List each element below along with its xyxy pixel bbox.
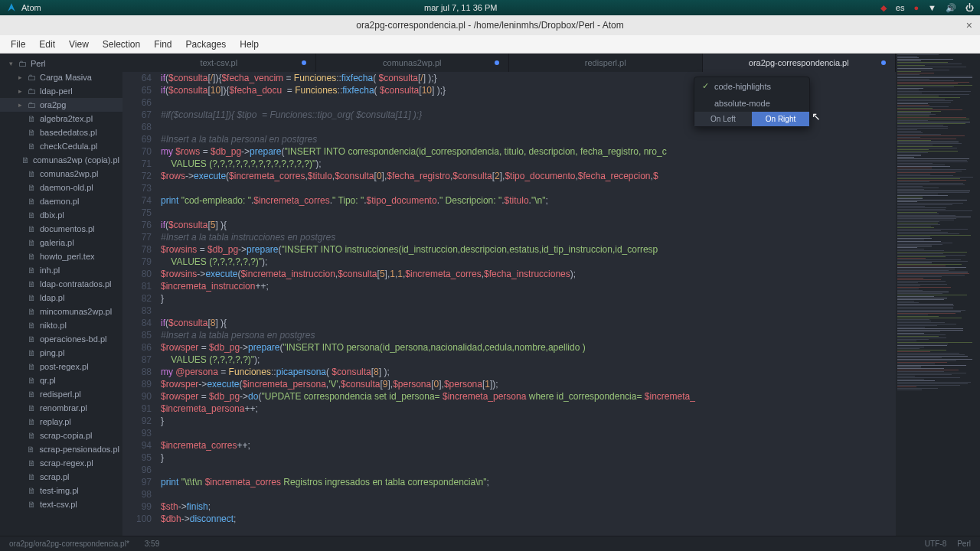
topbar-app: Atom xyxy=(21,3,41,12)
menu-find[interactable]: Find xyxy=(148,37,178,51)
minimap[interactable] xyxy=(896,54,980,536)
popup-option[interactable]: ✓code-highlights xyxy=(694,77,809,95)
tree-file[interactable]: 🗎daemon.pl xyxy=(0,194,122,208)
tab[interactable]: comunas2wp.pl xyxy=(316,54,510,72)
modified-dot-icon xyxy=(881,60,886,65)
menu-view[interactable]: View xyxy=(63,37,95,51)
tree-file[interactable]: 🗎comunas2wp.pl xyxy=(0,167,122,181)
power-icon[interactable]: ⏻ xyxy=(965,3,974,12)
menu-packages[interactable]: Packages xyxy=(180,37,233,51)
tree-folder[interactable]: ▸🗀Carga Masiva xyxy=(0,70,122,84)
tree-file[interactable]: 🗎scrap-copia.pl xyxy=(0,429,122,442)
tab[interactable]: redisperl.pl xyxy=(509,54,703,72)
tree-file[interactable]: 🗎algebra2tex.pl xyxy=(0,112,122,126)
editor-tabs: text-csv.pl comunas2wp.pl redisperl.pl o… xyxy=(122,54,896,72)
tree-file[interactable]: 🗎galeria.pl xyxy=(0,236,122,249)
code-content[interactable]: if($consulta[/]){$fecha_vencim = Funcion… xyxy=(161,72,896,536)
tree-file[interactable]: 🗎documentos.pl xyxy=(0,222,122,236)
menu-file[interactable]: File xyxy=(5,37,31,51)
volume-icon[interactable]: 🔊 xyxy=(946,3,956,13)
tree-file[interactable]: 🗎daemon-old.pl xyxy=(0,181,122,194)
tree-file[interactable]: 🗎nikto.pl xyxy=(0,318,122,332)
window-title: ora2pg-correspondencia.pl - /home/leninm… xyxy=(356,20,624,31)
tab[interactable]: text-csv.pl xyxy=(122,54,316,72)
tree-folder-selected[interactable]: ▸🗀ora2pg xyxy=(0,98,122,112)
tree-file[interactable]: 🗎test-img.pl xyxy=(0,484,122,497)
tree-file[interactable]: 🗎post-regex.pl xyxy=(0,360,122,373)
tree-file[interactable]: 🗎inh.pl xyxy=(0,263,122,277)
line-gutter: 6465666768697071727374757677787980818283… xyxy=(122,72,161,536)
tree-file[interactable]: 🗎comunas2wp (copia).pl xyxy=(0,153,122,167)
topbar-clock: mar jul 7, 11 36 PM xyxy=(41,3,880,12)
tree-file[interactable]: 🗎basededatos.pl xyxy=(0,126,122,139)
status-language[interactable]: Perl xyxy=(957,540,971,548)
tree-file[interactable]: 🗎howto_perl.tex xyxy=(0,249,122,263)
tree-file[interactable]: 🗎mincomunas2wp.pl xyxy=(0,305,122,318)
file-tree[interactable]: ▾🗀Perl ▸🗀Carga Masiva ▸🗀ldap-perl ▸🗀ora2… xyxy=(0,54,122,536)
modified-dot-icon xyxy=(302,60,306,65)
status-encoding[interactable]: UTF-8 xyxy=(925,540,946,548)
tree-file[interactable]: 🗎scrap-pensionados.pl xyxy=(0,442,122,456)
tree-file[interactable]: 🗎ldap-contratados.pl xyxy=(0,277,122,291)
wifi-icon[interactable]: ▼ xyxy=(928,3,936,12)
record-dot-icon[interactable]: ● xyxy=(913,3,919,12)
tree-file[interactable]: 🗎ldap.pl xyxy=(0,291,122,305)
tree-root[interactable]: ▾🗀Perl xyxy=(0,57,122,70)
tree-file[interactable]: 🗎scrap-regex.pl xyxy=(0,456,122,470)
close-icon[interactable]: × xyxy=(966,19,972,31)
keyboard-lang[interactable]: es xyxy=(896,3,905,12)
menubar: File Edit View Selection Find Packages H… xyxy=(0,35,980,54)
on-left-button[interactable]: On Left xyxy=(694,112,752,126)
tree-file[interactable]: 🗎scrap.pl xyxy=(0,470,122,484)
tree-file[interactable]: 🗎operaciones-bd.pl xyxy=(0,332,122,346)
tree-file[interactable]: 🗎ping.pl xyxy=(0,346,122,360)
tree-file[interactable]: 🗎replay.pl xyxy=(0,415,122,429)
minimap-settings-popup: ✓code-highlights absolute-mode On Left O… xyxy=(694,77,810,127)
record-icon[interactable]: ◆ xyxy=(880,3,887,13)
modified-dot-icon xyxy=(495,60,499,65)
tree-file[interactable]: 🗎dbix.pl xyxy=(0,208,122,222)
on-right-button[interactable]: On Right xyxy=(752,112,809,126)
statusbar: ora2pg/ora2pg-correspondencia.pl* 3:59 U… xyxy=(0,536,980,551)
popup-option[interactable]: absolute-mode xyxy=(694,95,809,112)
tree-file[interactable]: 🗎checkCedula.pl xyxy=(0,139,122,153)
menu-edit[interactable]: Edit xyxy=(33,37,61,51)
system-topbar: Atom mar jul 7, 11 36 PM ◆ es ● ▼ 🔊 ⏻ xyxy=(0,0,980,15)
tab-active[interactable]: ora2pg-correspondencia.pl xyxy=(703,54,897,72)
menu-help[interactable]: Help xyxy=(234,37,265,51)
code-editor[interactable]: 6465666768697071727374757677787980818283… xyxy=(122,72,896,536)
tree-file[interactable]: 🗎renombrar.pl xyxy=(0,401,122,415)
tree-file[interactable]: 🗎qr.pl xyxy=(0,373,122,387)
status-path[interactable]: ora2pg/ora2pg-correspondencia.pl* xyxy=(9,540,129,548)
tree-file[interactable]: 🗎text-csv.pl xyxy=(0,497,122,511)
tree-file[interactable]: 🗎redisperl.pl xyxy=(0,387,122,401)
arch-logo-icon xyxy=(6,2,17,13)
check-icon: ✓ xyxy=(702,81,710,91)
tree-folder[interactable]: ▸🗀ldap-perl xyxy=(0,84,122,98)
window-titlebar: ora2pg-correspondencia.pl - /home/leninm… xyxy=(0,15,980,35)
status-cursor-pos[interactable]: 3:59 xyxy=(145,540,159,548)
menu-selection[interactable]: Selection xyxy=(96,37,146,51)
